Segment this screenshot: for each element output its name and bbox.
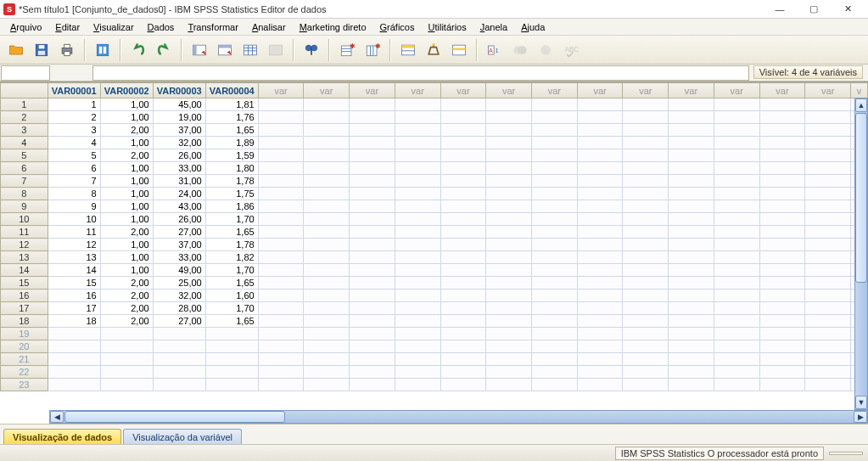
empty-cell[interactable] [350,200,395,213]
empty-cell[interactable] [350,137,395,149]
empty-cell[interactable] [623,290,669,302]
empty-cell[interactable] [205,379,258,391]
col-empty[interactable]: var [440,83,486,98]
empty-cell[interactable] [258,175,304,188]
empty-cell[interactable] [623,328,669,340]
print-button[interactable] [56,39,78,61]
data-cell[interactable]: 2,00 [100,277,153,290]
empty-cell[interactable] [714,264,759,277]
empty-cell[interactable] [805,188,851,200]
data-cell[interactable]: 32,00 [153,137,205,149]
data-cell[interactable]: 12 [48,239,100,251]
empty-cell[interactable] [531,277,577,290]
empty-cell[interactable] [486,213,532,226]
data-cell[interactable]: 1,78 [205,175,258,188]
empty-cell[interactable] [623,149,669,162]
empty-cell[interactable] [531,200,577,213]
data-cell[interactable]: 24,00 [153,188,205,200]
empty-cell[interactable] [805,328,851,340]
data-cell[interactable]: 1,65 [205,226,258,239]
data-cell[interactable]: 1,70 [205,302,258,315]
empty-cell[interactable] [258,149,304,162]
empty-cell[interactable] [805,302,851,315]
empty-cell[interactable] [669,315,714,328]
vertical-scrollbar[interactable]: ▲ ▼ [854,98,868,410]
empty-cell[interactable] [440,162,486,175]
empty-cell[interactable] [395,302,440,315]
data-cell[interactable]: 1,00 [100,213,153,226]
data-cell[interactable]: 1,00 [100,98,153,111]
empty-cell[interactable] [350,111,395,124]
empty-cell[interactable] [153,328,205,340]
empty-cell[interactable] [577,149,623,162]
data-cell[interactable]: 43,00 [153,200,205,213]
data-cell[interactable]: 1,00 [100,251,153,264]
empty-cell[interactable] [440,277,486,290]
empty-cell[interactable] [48,353,100,366]
redo-button[interactable] [153,39,175,61]
empty-cell[interactable] [714,315,759,328]
empty-cell[interactable] [669,98,714,111]
goto-var-button[interactable] [188,39,210,61]
empty-cell[interactable] [350,124,395,137]
undo-button[interactable] [127,39,149,61]
close-button[interactable]: ✕ [831,0,865,19]
empty-cell[interactable] [714,353,759,366]
data-cell[interactable]: 1,00 [100,188,153,200]
col-empty[interactable]: var [531,83,577,98]
data-cell[interactable]: 3 [48,124,100,137]
empty-cell[interactable] [714,366,759,379]
empty-cell[interactable] [623,137,669,149]
data-cell[interactable]: 1,65 [205,124,258,137]
empty-cell[interactable] [350,340,395,353]
empty-cell[interactable] [486,226,532,239]
empty-cell[interactable] [304,124,350,137]
data-cell[interactable]: 1,00 [100,200,153,213]
empty-cell[interactable] [205,366,258,379]
empty-cell[interactable] [304,302,350,315]
data-cell[interactable]: 2,00 [100,302,153,315]
empty-cell[interactable] [805,264,851,277]
empty-cell[interactable] [304,239,350,251]
empty-cell[interactable] [100,340,153,353]
empty-cell[interactable] [486,315,532,328]
row-header[interactable]: 20 [1,340,48,353]
data-cell[interactable]: 26,00 [153,149,205,162]
empty-cell[interactable] [805,98,851,111]
empty-cell[interactable] [304,111,350,124]
empty-cell[interactable] [669,264,714,277]
scroll-right-arrow[interactable]: ▶ [854,411,867,423]
empty-cell[interactable] [805,239,851,251]
empty-cell[interactable] [669,124,714,137]
empty-cell[interactable] [395,200,440,213]
scroll-up-arrow[interactable]: ▲ [855,98,867,112]
data-cell[interactable]: 37,00 [153,239,205,251]
empty-cell[interactable] [714,226,759,239]
row-header[interactable]: 2 [1,111,48,124]
empty-cell[interactable] [669,149,714,162]
row-header[interactable]: 15 [1,277,48,290]
empty-cell[interactable] [486,239,532,251]
empty-cell[interactable] [440,315,486,328]
empty-cell[interactable] [669,366,714,379]
empty-cell[interactable] [669,111,714,124]
find-button[interactable] [300,39,322,61]
empty-cell[interactable] [486,111,532,124]
menu-marketing[interactable]: Marketing direto [293,20,373,34]
empty-cell[interactable] [395,353,440,366]
row-header[interactable]: 4 [1,137,48,149]
empty-cell[interactable] [258,111,304,124]
row-header[interactable]: 5 [1,149,48,162]
table-row[interactable]: 221,0019,001,76 [1,111,868,124]
empty-cell[interactable] [440,149,486,162]
empty-cell[interactable] [714,290,759,302]
empty-cell[interactable] [577,137,623,149]
empty-cell[interactable] [350,379,395,391]
data-cell[interactable]: 27,00 [153,226,205,239]
empty-cell[interactable] [759,251,805,264]
col-empty[interactable]: var [304,83,350,98]
empty-cell[interactable] [486,366,532,379]
empty-cell[interactable] [440,366,486,379]
empty-cell[interactable] [577,213,623,226]
data-cell[interactable]: 2,00 [100,315,153,328]
